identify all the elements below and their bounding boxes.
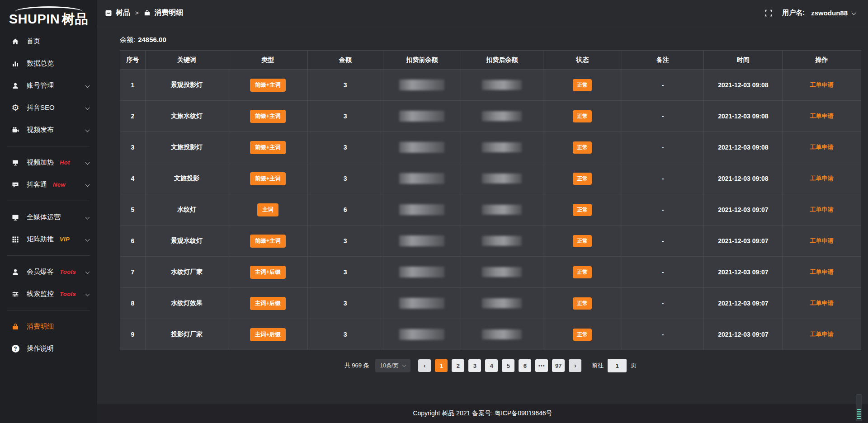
type-cell: 前缀+主词 xyxy=(228,226,307,257)
masked-balance-before xyxy=(399,329,444,340)
wallet-icon xyxy=(144,9,151,16)
video-icon xyxy=(11,127,20,134)
type-cell: 主词 xyxy=(228,194,307,226)
type-badge: 前缀+主词 xyxy=(250,79,286,92)
page-button-5[interactable]: 5 xyxy=(502,359,514,372)
page-button-1[interactable]: 1 xyxy=(435,359,448,372)
status-badge: 正常 xyxy=(573,79,592,91)
chevron-down-icon[interactable] xyxy=(852,11,856,15)
work-order-link[interactable]: 工单申请 xyxy=(810,237,834,244)
sliders-icon xyxy=(11,291,20,298)
sidebar-item-data-overview[interactable]: 数据总览 xyxy=(0,52,97,75)
sidebar-badge-new: New xyxy=(53,181,66,188)
amount-cell: 3 xyxy=(307,257,383,288)
work-order-link[interactable]: 工单申请 xyxy=(810,175,834,182)
sidebar-item-label: 消费明细 xyxy=(27,322,54,331)
goto-page-input[interactable] xyxy=(608,359,627,372)
next-page-button[interactable]: › xyxy=(569,359,581,372)
sidebar-item-label: 首页 xyxy=(27,37,40,46)
amount-cell: 3 xyxy=(307,101,383,132)
home-icon xyxy=(11,38,20,45)
work-order-link[interactable]: 工单申请 xyxy=(810,206,834,213)
sidebar-item-instructions[interactable]: ?操作说明 xyxy=(0,338,97,360)
column-header: 金额 xyxy=(307,51,383,70)
row-index-cell: 9 xyxy=(120,319,146,350)
status-cell: 正常 xyxy=(543,70,622,101)
remark-cell: - xyxy=(622,70,704,101)
sidebar-item-home[interactable]: 首页 xyxy=(0,30,97,52)
type-cell: 前缀+主词 xyxy=(228,101,307,132)
status-badge: 正常 xyxy=(573,266,592,278)
work-order-link[interactable]: 工单申请 xyxy=(810,81,834,88)
amount-cell: 3 xyxy=(307,288,383,319)
column-header: 关键词 xyxy=(145,51,228,70)
sidebar-item-label: 会员爆客 xyxy=(27,268,54,276)
sidebar-badge-tools: Tools xyxy=(60,268,76,275)
prev-page-button[interactable]: ‹ xyxy=(418,359,431,372)
column-header: 操作 xyxy=(783,51,861,70)
floating-widget-stripes xyxy=(857,409,861,420)
sidebar-item-clue-monitor[interactable]: 线索监控Tools xyxy=(0,283,97,305)
page-button-3[interactable]: 3 xyxy=(468,359,481,372)
app-root: SHUPIN树品 首页数据总览账号管理⚙抖音SEO视频发布视频加热Hot抖客通N… xyxy=(0,0,868,423)
username-value[interactable]: zswodun88 xyxy=(811,9,848,17)
chat-icon xyxy=(11,181,20,188)
page-button-2[interactable]: 2 xyxy=(452,359,464,372)
sidebar-item-label: 全媒体运营 xyxy=(27,213,61,221)
user-icon xyxy=(11,82,20,89)
balance-after-cell xyxy=(461,288,543,319)
sidebar-item-member-baoke[interactable]: 会员爆客Tools xyxy=(0,261,97,283)
type-badge: 主词+后缀 xyxy=(250,266,286,279)
type-cell: 主词+后缀 xyxy=(228,257,307,288)
balance-after-cell xyxy=(461,257,543,288)
work-order-link[interactable]: 工单申请 xyxy=(810,144,834,150)
sidebar-item-consume-detail[interactable]: 消费明细 xyxy=(0,315,97,338)
page-button-6[interactable]: 6 xyxy=(519,359,531,372)
row-index-cell: 5 xyxy=(120,194,146,226)
bar-chart-icon xyxy=(11,60,20,67)
breadcrumb-item-home[interactable]: 树品 xyxy=(116,8,130,18)
floating-widget[interactable] xyxy=(856,394,862,421)
column-header: 类型 xyxy=(228,51,307,70)
sidebar-item-douyin-seo[interactable]: ⚙抖音SEO xyxy=(0,97,97,119)
work-order-link[interactable]: 工单申请 xyxy=(810,268,834,275)
masked-balance-after xyxy=(482,267,522,277)
page-button-97[interactable]: 97 xyxy=(552,359,565,372)
action-cell: 工单申请 xyxy=(783,163,861,194)
sidebar-item-douketong[interactable]: 抖客通New xyxy=(0,174,97,196)
work-order-link[interactable]: 工单申请 xyxy=(810,113,834,119)
main-panel: 余额:24856.00 序号关键词类型金额扣费前余额扣费后余额状态备注时间操作 … xyxy=(97,26,868,404)
table-row: 8水纹灯效果主词+后缀3正常-2021-12-03 09:07工单申请 xyxy=(120,288,861,319)
row-index-cell: 3 xyxy=(120,132,146,163)
sidebar-item-label: 抖音SEO xyxy=(27,103,55,112)
status-cell: 正常 xyxy=(543,319,622,350)
sidebar-item-account-manage[interactable]: 账号管理 xyxy=(0,75,97,97)
sidebar-item-label: 视频加热 xyxy=(27,158,54,167)
amount-cell: 3 xyxy=(307,70,383,101)
masked-balance-before xyxy=(399,204,444,215)
page-size-select[interactable]: 10条/页 xyxy=(375,359,411,372)
fullscreen-icon[interactable] xyxy=(765,9,772,17)
status-cell: 正常 xyxy=(543,226,622,257)
sidebar-divider xyxy=(7,201,90,201)
chevron-down-icon xyxy=(85,183,90,187)
time-cell: 2021-12-03 09:07 xyxy=(704,194,783,226)
masked-balance-before xyxy=(399,173,444,184)
page-button-4[interactable]: 4 xyxy=(485,359,498,372)
row-index-cell: 7 xyxy=(120,257,146,288)
monitor-icon xyxy=(11,214,20,221)
masked-balance-before xyxy=(399,80,444,90)
sidebar-item-video-publish[interactable]: 视频发布 xyxy=(0,119,97,141)
work-order-link[interactable]: 工单申请 xyxy=(810,300,834,306)
time-cell: 2021-12-03 09:08 xyxy=(704,132,783,163)
page-ellipsis[interactable]: ••• xyxy=(535,359,548,372)
sidebar-item-video-heat[interactable]: 视频加热Hot xyxy=(0,151,97,174)
type-badge: 前缀+主词 xyxy=(250,172,286,185)
work-order-link[interactable]: 工单申请 xyxy=(810,331,834,338)
sidebar-item-matrix-boost[interactable]: 矩阵助推VIP xyxy=(0,228,97,250)
sidebar-menu: 首页数据总览账号管理⚙抖音SEO视频发布视频加热Hot抖客通New全媒体运营矩阵… xyxy=(0,30,97,360)
amount-cell: 3 xyxy=(307,163,383,194)
sidebar-item-media-operation[interactable]: 全媒体运营 xyxy=(0,206,97,228)
masked-balance-after xyxy=(482,329,522,339)
amount-cell: 3 xyxy=(307,132,383,163)
